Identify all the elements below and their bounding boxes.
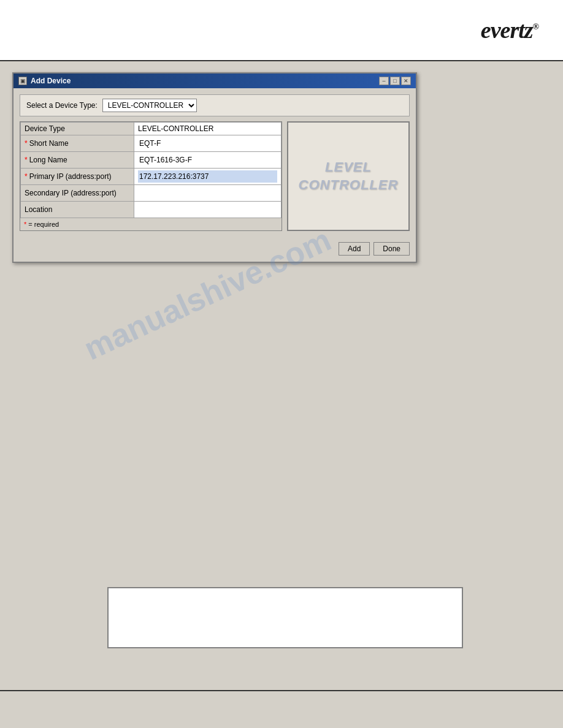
required-asterisk-note: * [24, 221, 26, 228]
maximize-icon: □ [393, 78, 396, 84]
short-name-input[interactable] [138, 137, 277, 150]
logo-reg: ® [533, 22, 538, 31]
location-input-cell [134, 202, 282, 218]
device-type-label: Device Type [25, 124, 65, 133]
primary-ip-input[interactable] [138, 170, 277, 183]
add-device-dialog: ▣ Add Device – □ ✕ Select a Device Type [12, 72, 417, 263]
minimize-button[interactable]: – [379, 77, 389, 85]
dialog-icon: ▣ [18, 77, 27, 85]
required-note: * = required [20, 218, 282, 230]
dialog-title: Add Device [31, 77, 71, 85]
device-type-dropdown[interactable]: LEVEL-CONTROLLER [102, 99, 197, 112]
table-row-primary-ip: *Primary IP (address:port) [21, 169, 282, 185]
icon-glyph: ▣ [20, 78, 26, 84]
short-name-input-cell [134, 135, 282, 152]
location-label-cell: Location [21, 202, 134, 218]
dialog-body: Select a Device Type: LEVEL-CONTROLLER D… [13, 88, 416, 237]
short-name-asterisk: * [25, 139, 28, 148]
short-name-label: Short Name [29, 139, 69, 148]
long-name-asterisk: * [25, 156, 28, 164]
secondary-ip-label-cell: Secondary IP (address:port) [21, 185, 134, 202]
long-name-label: Long Name [29, 156, 67, 164]
bottom-divider [0, 690, 563, 691]
device-logo-line2: CONTROLLER [299, 176, 399, 194]
primary-ip-asterisk: * [25, 172, 28, 181]
long-name-input-cell [134, 152, 282, 169]
location-label: Location [25, 205, 52, 214]
device-logo-line1: LEVEL [299, 159, 399, 176]
location-input[interactable] [138, 203, 277, 216]
minimize-icon: – [382, 78, 385, 84]
short-name-label-cell: *Short Name [21, 135, 134, 152]
secondary-ip-label: Secondary IP (address:port) [25, 189, 117, 197]
table-row-long-name: *Long Name [21, 152, 282, 169]
bottom-box [107, 587, 463, 648]
close-icon: ✕ [404, 78, 408, 84]
device-type-value-cell: LEVEL-CONTROLLER [134, 123, 282, 135]
maximize-button[interactable]: □ [390, 77, 400, 85]
dialog-footer: Add Done [13, 237, 416, 262]
primary-ip-input-cell [134, 169, 282, 185]
done-button[interactable]: Done [373, 242, 410, 256]
close-button[interactable]: ✕ [401, 77, 411, 85]
required-note-text: = required [28, 221, 59, 228]
device-type-label-cell: Device Type [21, 123, 134, 135]
device-type-static: LEVEL-CONTROLLER [138, 124, 213, 133]
select-device-row: Select a Device Type: LEVEL-CONTROLLER [20, 94, 410, 116]
table-row-device-type: Device Type LEVEL-CONTROLLER [21, 123, 282, 135]
table-row-short-name: *Short Name [21, 135, 282, 152]
dialog-titlebar: ▣ Add Device – □ ✕ [13, 74, 416, 88]
primary-ip-label: Primary IP (address:port) [29, 172, 112, 181]
long-name-label-cell: *Long Name [21, 152, 134, 169]
form-panel: Device Type LEVEL-CONTROLLER *Short Name [20, 121, 282, 231]
main-content: ▣ Add Device – □ ✕ Select a Device Type [0, 61, 563, 274]
primary-ip-label-cell: *Primary IP (address:port) [21, 169, 134, 185]
table-row-secondary-ip: Secondary IP (address:port) [21, 185, 282, 202]
titlebar-left: ▣ Add Device [18, 77, 71, 85]
form-table: Device Type LEVEL-CONTROLLER *Short Name [20, 122, 282, 218]
device-image-panel: LEVEL CONTROLLER [287, 121, 410, 231]
header: evertz® [0, 0, 563, 61]
table-row-location: Location [21, 202, 282, 218]
logo-text: evertz [481, 17, 533, 43]
secondary-ip-input[interactable] [138, 187, 277, 199]
add-button[interactable]: Add [339, 242, 370, 256]
evertz-logo: evertz® [481, 17, 538, 44]
two-panel: Device Type LEVEL-CONTROLLER *Short Name [20, 121, 410, 231]
dialog-controls: – □ ✕ [379, 77, 411, 85]
select-device-label: Select a Device Type: [26, 101, 98, 110]
long-name-input[interactable] [138, 154, 277, 166]
device-logo: LEVEL CONTROLLER [299, 159, 399, 194]
secondary-ip-input-cell [134, 185, 282, 202]
